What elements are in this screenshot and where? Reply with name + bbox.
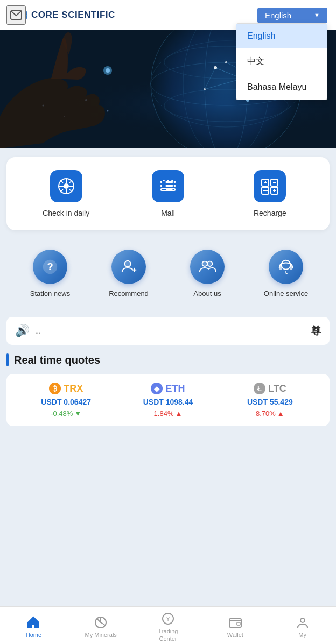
headset-icon — [277, 258, 295, 276]
trx-change: -0.48% ▼ — [51, 409, 81, 417]
recharge-item[interactable]: Recharge — [219, 170, 321, 217]
check-daily-icon — [50, 170, 82, 202]
station-news-circle: ? — [33, 250, 67, 284]
eth-price: USDT 1098.44 — [143, 398, 193, 406]
svg-point-44 — [172, 181, 174, 183]
about-us-circle — [190, 250, 225, 284]
ltc-symbol: LTC — [268, 383, 286, 394]
nav-trading-center[interactable]: ¥ Trading Center — [135, 608, 202, 642]
recommend-label: Recommend — [109, 289, 149, 298]
announcement-bar: 🔊 ... 尊 — [6, 317, 330, 345]
my-icon — [296, 615, 310, 629]
down-arrow-icon: ▼ — [74, 409, 81, 417]
quote-ltc-name: Ł LTC — [254, 383, 286, 394]
quote-eth-name: ◆ ETH — [151, 383, 185, 394]
quotes-bar-accent — [6, 353, 9, 366]
svg-point-59 — [124, 261, 130, 267]
recharge-label: Recharge — [254, 209, 286, 217]
mall-icon-bg — [152, 170, 184, 202]
lang-option-chinese[interactable]: 中文 — [236, 48, 327, 75]
wallet-icon — [228, 615, 242, 629]
ltc-price: USDT 55.429 — [247, 398, 293, 406]
nav-icons-section: ? Station news Recommend About us — [6, 239, 330, 308]
quote-eth[interactable]: ◆ ETH USDT 1098.44 1.84% ▲ — [117, 383, 219, 417]
svg-point-46 — [172, 189, 174, 190]
about-us-label: About us — [193, 289, 221, 298]
minerals-icon — [94, 615, 108, 629]
volume-icon: 🔊 — [15, 324, 30, 338]
nav-my-minerals[interactable]: My Minerals — [67, 612, 135, 639]
check-daily-label: Check in daily — [43, 209, 89, 217]
mail-button[interactable] — [6, 5, 26, 25]
home-icon — [26, 615, 40, 629]
recommend-circle — [111, 250, 146, 284]
nav-home[interactable]: Home — [0, 612, 67, 639]
bottom-nav: Home My Minerals ¥ Trading Center Wallet — [0, 606, 336, 644]
svg-point-45 — [172, 185, 174, 187]
announce-text: ... — [35, 327, 306, 335]
online-service-label: Online service — [264, 289, 308, 298]
svg-text:?: ? — [47, 261, 53, 272]
eth-symbol: ETH — [165, 383, 185, 394]
trx-price: USDT 0.06427 — [41, 398, 91, 406]
quotes-section: Real time quotes ₿ TRX USDT 0.06427 -0.4… — [6, 353, 330, 426]
people-icon — [198, 258, 216, 276]
about-us-item[interactable]: About us — [168, 250, 247, 298]
online-service-circle — [269, 250, 303, 284]
eth-change: 1.84% ▲ — [154, 409, 183, 417]
svg-rect-43 — [162, 189, 166, 190]
nav-wallet-label: Wallet — [227, 632, 243, 639]
svg-rect-71 — [237, 622, 240, 625]
svg-point-72 — [300, 618, 305, 622]
recommend-item[interactable]: Recommend — [89, 250, 168, 298]
svg-point-31 — [106, 68, 110, 73]
lang-selected: English — [265, 11, 291, 20]
online-service-item[interactable]: Online service — [247, 250, 325, 298]
person-add-icon — [120, 258, 138, 276]
station-news-label: Station news — [30, 289, 70, 298]
language-dropdown[interactable]: English ▼ English 中文 Bahasa Melayu — [257, 8, 327, 23]
lang-menu: English 中文 Bahasa Melayu — [236, 23, 327, 100]
mall-label: Mall — [161, 209, 175, 217]
btc-coin-icon: ₿ — [49, 383, 61, 394]
recharge-icon — [260, 176, 279, 196]
quotes-card: ₿ TRX USDT 0.06427 -0.48% ▼ ◆ ETH USDT 1… — [6, 374, 330, 426]
svg-rect-42 — [162, 185, 166, 187]
header: CORE SCIENTIFIC English ▼ English 中文 Bah… — [0, 0, 336, 30]
quote-trx-name: ₿ TRX — [49, 383, 83, 394]
trx-symbol: TRX — [64, 383, 83, 394]
svg-rect-36 — [163, 180, 165, 181]
soccer-icon — [57, 176, 76, 196]
svg-point-33 — [64, 183, 69, 189]
eth-coin-icon: ◆ — [151, 383, 163, 394]
svg-rect-70 — [229, 619, 241, 627]
nav-my-label: My — [298, 632, 306, 639]
quote-ltc[interactable]: Ł LTC USDT 55.429 8.70% ▲ — [219, 383, 321, 417]
nav-my[interactable]: My — [269, 612, 336, 639]
quotes-title-row: Real time quotes — [6, 353, 330, 366]
svg-rect-38 — [171, 180, 173, 181]
svg-point-63 — [207, 261, 212, 266]
svg-rect-37 — [167, 180, 169, 181]
ltc-change: 8.70% ▲ — [256, 409, 284, 417]
check-daily-item[interactable]: Check in daily — [15, 170, 117, 217]
nav-wallet[interactable]: Wallet — [201, 612, 269, 639]
svg-point-11 — [107, 110, 109, 112]
nav-home-label: Home — [26, 632, 41, 639]
lang-option-english[interactable]: English — [236, 24, 327, 48]
lang-option-malay[interactable]: Bahasa Melayu — [236, 75, 327, 100]
announce-char: 尊 — [311, 324, 321, 337]
lang-button[interactable]: English ▼ — [257, 8, 327, 23]
logo-text: CORE SCIENTIFIC — [31, 10, 115, 20]
station-news-item[interactable]: ? Station news — [11, 250, 89, 298]
nav-trading-label: Trading Center — [158, 628, 178, 642]
svg-point-62 — [202, 261, 207, 266]
svg-text:¥: ¥ — [166, 615, 170, 623]
quote-trx[interactable]: ₿ TRX USDT 0.06427 -0.48% ▼ — [15, 383, 117, 417]
trading-icon: ¥ — [161, 612, 175, 626]
nav-minerals-label: My Minerals — [85, 632, 117, 639]
question-icon: ? — [41, 258, 59, 276]
svg-point-64 — [282, 260, 291, 270]
mall-item[interactable]: Mall — [117, 170, 219, 217]
svg-rect-41 — [162, 181, 166, 183]
